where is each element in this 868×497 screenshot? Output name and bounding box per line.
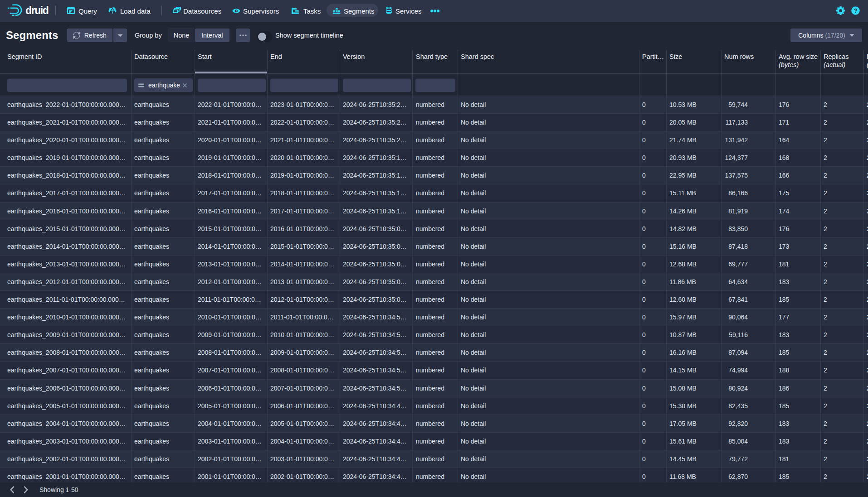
svg-text:?: ? xyxy=(854,7,858,14)
